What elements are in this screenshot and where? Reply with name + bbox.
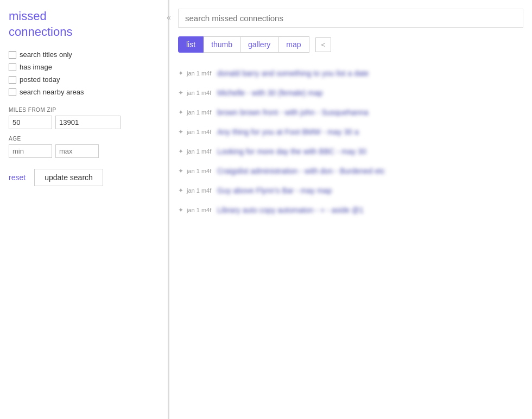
star-icon[interactable]: ✦: [178, 206, 183, 214]
listing-title[interactable]: donald barry and something to you list a…: [217, 69, 523, 78]
has-image-label[interactable]: has image: [20, 63, 52, 71]
listing-meta: jan 1 m4f: [187, 109, 214, 116]
main-content: listthumbgallerymap< ✦jan 1 m4fdonald ba…: [169, 0, 532, 419]
listing-meta: jan 1 m4f: [187, 70, 214, 77]
listing-title[interactable]: Looking for more day the with BBC - may …: [217, 147, 523, 156]
listing-title[interactable]: Craigslist administration - with don - B…: [217, 167, 523, 175]
star-icon[interactable]: ✦: [178, 89, 183, 97]
listing-meta: jan 1 m4f: [187, 129, 214, 135]
listing-row: ✦jan 1 m4fbrown brown front - with john …: [178, 103, 523, 122]
listing-row: ✦jan 1 m4fAny thing for you at Foot BMW …: [178, 122, 523, 142]
sidebar: missed connections search titles onlyhas…: [0, 0, 168, 419]
miles-label: MILES FROM ZIP: [9, 107, 159, 113]
tab-list[interactable]: list: [178, 36, 204, 53]
checkbox-item-has-image: has image: [9, 63, 159, 71]
star-icon[interactable]: ✦: [178, 69, 183, 77]
listing-title[interactable]: Michelle - with 30 (female) map: [217, 88, 523, 97]
extra-options-button[interactable]: <: [315, 37, 332, 52]
listing-meta: jan 1 m4f: [187, 90, 214, 96]
age-min-input[interactable]: [9, 144, 52, 158]
reset-button[interactable]: reset: [9, 173, 26, 182]
star-icon[interactable]: ✦: [178, 128, 183, 136]
search-nearby-label[interactable]: search nearby areas: [20, 88, 84, 96]
listing-meta: jan 1 m4f: [187, 187, 214, 194]
update-search-button[interactable]: update search: [34, 169, 103, 186]
has-image-checkbox[interactable]: [9, 64, 16, 71]
listing-row: ✦jan 1 m4fLibrary auto copy automaton - …: [178, 200, 523, 220]
listing-row: ✦jan 1 m4fdonald barry and something to …: [178, 64, 523, 83]
zip-input[interactable]: [55, 116, 121, 129]
age-max-input[interactable]: [55, 144, 99, 158]
filter-checkboxes: search titles onlyhas imageposted todays…: [9, 50, 159, 96]
view-tabs: listthumbgallerymap<: [178, 36, 523, 53]
collapse-icon[interactable]: «: [167, 13, 171, 22]
sidebar-divider: «: [168, 0, 169, 419]
page-title: missed connections: [9, 9, 159, 40]
star-icon[interactable]: ✦: [178, 187, 183, 194]
star-icon[interactable]: ✦: [178, 167, 183, 175]
search-titles-only-label[interactable]: search titles only: [20, 50, 72, 59]
listing-row: ✦jan 1 m4fMichelle - with 30 (female) ma…: [178, 83, 523, 103]
listing-title[interactable]: Any thing for you at Foot BMW - may 30 a: [217, 128, 523, 136]
miles-input[interactable]: [9, 116, 52, 129]
checkbox-item-search-nearby: search nearby areas: [9, 88, 159, 96]
posted-today-label[interactable]: posted today: [20, 75, 60, 84]
listing-row: ✦jan 1 m4fGuy above Flynn's Bar - may ma…: [178, 181, 523, 200]
listing-title[interactable]: brown brown front - with john - Susqueha…: [217, 108, 523, 117]
search-titles-only-checkbox[interactable]: [9, 51, 16, 59]
listing-meta: jan 1 m4f: [187, 207, 214, 213]
listing-meta: jan 1 m4f: [187, 148, 214, 155]
tab-map[interactable]: map: [278, 36, 309, 53]
tab-gallery[interactable]: gallery: [240, 36, 278, 53]
checkbox-item-search-titles-only: search titles only: [9, 50, 159, 59]
search-input[interactable]: [178, 9, 523, 28]
star-icon[interactable]: ✦: [178, 109, 183, 116]
star-icon[interactable]: ✦: [178, 148, 183, 155]
listing-meta: jan 1 m4f: [187, 168, 214, 174]
listing-title[interactable]: Guy above Flynn's Bar - may map: [217, 186, 523, 195]
listing-row: ✦jan 1 m4fLooking for more day the with …: [178, 142, 523, 161]
posted-today-checkbox[interactable]: [9, 76, 16, 84]
tab-thumb[interactable]: thumb: [203, 36, 240, 53]
listing-title[interactable]: Library auto copy automaton - + - aside …: [217, 206, 523, 214]
age-label: AGE: [9, 136, 159, 142]
listing-row: ✦jan 1 m4fCraigslist administration - wi…: [178, 161, 523, 181]
search-nearby-checkbox[interactable]: [9, 88, 16, 96]
checkbox-item-posted-today: posted today: [9, 75, 159, 84]
listings-list: ✦jan 1 m4fdonald barry and something to …: [178, 64, 523, 220]
